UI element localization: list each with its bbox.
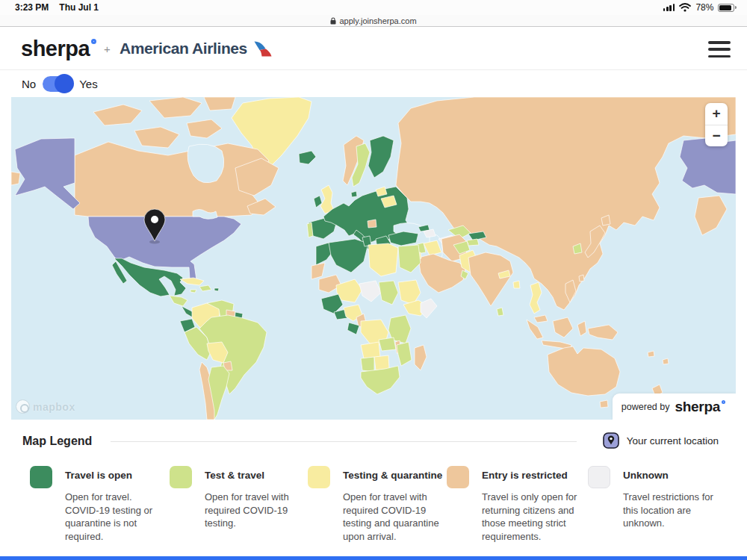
site-header: sherpa + American Airlines bbox=[0, 28, 747, 70]
map-zoom-control: + − bbox=[705, 103, 728, 146]
wifi-icon bbox=[679, 3, 691, 12]
legend-item-description: Open for travel with required COVID-19 t… bbox=[343, 491, 446, 543]
mapbox-wordmark: mapbox bbox=[33, 401, 75, 413]
sherpa-logo-text: sherpa bbox=[21, 37, 90, 61]
legend-swatch-green bbox=[30, 466, 52, 488]
zoom-in-button[interactable]: + bbox=[705, 103, 728, 125]
legend-item-title: Test & travel bbox=[205, 470, 264, 481]
date-label: Thu Jul 1 bbox=[59, 2, 99, 13]
american-airlines-logo[interactable]: American Airlines bbox=[120, 40, 273, 57]
legend-item-travel-open: Travel is open Open for travel. COVID-19… bbox=[30, 466, 52, 488]
powered-by-sherpa-badge[interactable]: powered by sherpa bbox=[613, 393, 736, 420]
battery-percent-label: 78% bbox=[695, 2, 713, 13]
toggle-no-label[interactable]: No bbox=[22, 78, 36, 90]
legend-swatch-yellow bbox=[308, 466, 330, 488]
mapbox-logo-icon bbox=[16, 399, 30, 414]
toggle-knob[interactable] bbox=[55, 74, 74, 93]
toggle-yes-label[interactable]: Yes bbox=[79, 78, 97, 90]
plus-separator: + bbox=[104, 43, 111, 55]
mapbox-attribution[interactable]: mapbox bbox=[16, 399, 75, 414]
no-yes-toggle[interactable] bbox=[43, 76, 72, 92]
legend-item-title: Unknown bbox=[623, 470, 669, 481]
sherpa-logo[interactable]: sherpa bbox=[21, 37, 96, 61]
current-location-key: Your current location bbox=[603, 432, 719, 449]
legend-item-description: Open for travel. COVID-19 testing or qua… bbox=[65, 491, 165, 543]
legend-item-testing-quarantine: Testing & quarantine Open for travel wit… bbox=[308, 466, 330, 488]
legend-divider bbox=[111, 441, 577, 442]
lock-icon bbox=[330, 17, 336, 25]
sherpa-small-logo: sherpa bbox=[675, 399, 725, 415]
current-location-label: Your current location bbox=[627, 435, 719, 447]
legend-item-title: Entry is restricted bbox=[482, 470, 568, 481]
powered-by-label: powered by bbox=[622, 402, 670, 412]
legend-item-unknown: Unknown Travel restrictions for this loc… bbox=[588, 466, 610, 488]
legend-item-description: Travel restrictions for this location ar… bbox=[623, 491, 729, 530]
american-airlines-logo-text: American Airlines bbox=[120, 40, 247, 57]
browser-address-bar[interactable]: apply.joinsherpa.com bbox=[0, 15, 747, 27]
sherpa-degree-icon bbox=[722, 400, 725, 404]
ios-status-bar: 3:23 PM Thu Jul 1 78% bbox=[0, 0, 747, 15]
world-map-canvas[interactable] bbox=[11, 97, 736, 420]
legend-item-entry-restricted: Entry is restricted Travel is only open … bbox=[447, 466, 469, 488]
map-filter-toggle-row: No Yes bbox=[0, 70, 747, 97]
legend-item-title: Travel is open bbox=[65, 470, 132, 481]
map-legend-section: Map Legend Your current location Travel … bbox=[0, 420, 747, 556]
legend-swatch-orange bbox=[447, 466, 469, 488]
sherpa-degree-icon bbox=[91, 39, 96, 44]
legend-item-description: Open for travel with required COVID-19 t… bbox=[205, 491, 309, 530]
battery-icon bbox=[718, 4, 737, 12]
url-label: apply.joinsherpa.com bbox=[339, 16, 416, 25]
american-airlines-flight-symbol-icon bbox=[252, 41, 273, 57]
bottom-accent-bar[interactable] bbox=[0, 556, 747, 560]
world-travel-restrictions-map[interactable]: + − mapbox powered by sherpa bbox=[11, 97, 736, 420]
legend-swatch-yellowgreen bbox=[170, 466, 192, 488]
legend-item-description: Travel is only open for returning citize… bbox=[482, 491, 592, 543]
zoom-out-button[interactable]: − bbox=[705, 125, 728, 147]
legend-title: Map Legend bbox=[22, 435, 92, 448]
hamburger-menu-icon[interactable] bbox=[708, 41, 731, 57]
legend-item-test-travel: Test & travel Open for travel with requi… bbox=[170, 466, 192, 488]
cellular-signal-icon bbox=[663, 4, 675, 11]
legend-item-title: Testing & quarantine bbox=[343, 470, 442, 481]
legend-swatch-gray bbox=[588, 466, 610, 488]
current-location-key-icon bbox=[603, 432, 619, 449]
clock-label: 3:23 PM bbox=[15, 2, 49, 13]
